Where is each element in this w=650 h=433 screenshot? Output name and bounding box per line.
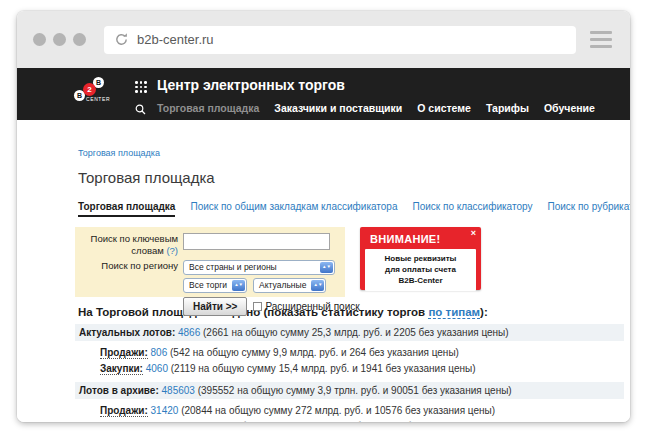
stat-row-sales: Продажи: 31420 (20844 на общую сумму 272… (100, 403, 624, 419)
logo-caption: CENTER (86, 96, 110, 102)
window-dot (33, 33, 46, 46)
trade-type-select[interactable]: Все торги ▲▼ (183, 278, 247, 293)
stat-children: Продажи: 806 (542 на общую сумму 9,9 млр… (100, 345, 624, 376)
browser-chrome: b2b-center.ru (17, 11, 630, 68)
purchases-toggle[interactable]: Закупки: (100, 363, 143, 375)
keyword-input[interactable] (183, 233, 330, 250)
keyword-label: Поиск по ключевым словам (?) (75, 233, 183, 257)
keyword-help-link[interactable]: (?) (166, 245, 178, 256)
address-bar[interactable]: b2b-center.ru (104, 26, 576, 54)
stat-children: Продажи: 31420 (20844 на общую сумму 272… (100, 403, 624, 422)
banner-text[interactable]: Новые реквизиты для оплаты счета B2B-Cen… (365, 249, 476, 291)
b2b-center-logo[interactable]: B 2 B CENTER (69, 75, 121, 115)
advanced-search-label: Расширенный поиск (265, 301, 359, 312)
window-dot (53, 33, 66, 46)
find-button[interactable]: Найти >> (183, 297, 247, 316)
page-title: Торговая площадка (78, 169, 625, 186)
breadcrumb: Торговая площадка (78, 148, 625, 158)
nav-item-tariffs[interactable]: Тарифы (486, 102, 529, 114)
tab-classifier[interactable]: Поиск по классификатору (412, 201, 532, 215)
search-and-banner-row: Поиск по ключевым словам (?) Поиск по ре… (78, 227, 625, 297)
sales-count-link[interactable]: 31420 (151, 405, 179, 416)
nav-item-training[interactable]: Обучение (544, 102, 595, 114)
stat-row-purchases: Закупки: 4060 (2119 на общую сумму 15,4 … (100, 361, 624, 377)
stats-list: Актуальных лотов: 4866 (2661 на общую су… (75, 324, 624, 422)
site-nav: Торговая площадка Заказчики и поставщики… (157, 102, 595, 114)
apps-grid-icon[interactable] (135, 81, 147, 93)
window-dot (73, 33, 86, 46)
search-icon[interactable] (135, 101, 146, 119)
attention-banner: ВНИМАНИЕ! × Новые реквизиты для оплаты с… (360, 227, 481, 290)
search-form: Поиск по ключевым словам (?) Поиск по ре… (75, 227, 345, 297)
purchases-count-link[interactable]: 4060 (146, 363, 168, 374)
page-content: Торговая площадка Торговая площадка Торг… (17, 120, 630, 422)
tab-trading-platform[interactable]: Торговая площадка (78, 201, 175, 217)
nav-item-customers-suppliers[interactable]: Заказчики и поставщики (274, 102, 402, 114)
sales-toggle[interactable]: Продажи: (100, 405, 148, 417)
tab-rubricator[interactable]: Поиск по рубрикатору (547, 201, 630, 215)
stat-row-purchases: Закупки: 454183 (374708 на общую сумму 3… (100, 419, 624, 423)
logo-badge-2: 2 (83, 83, 96, 96)
region-select[interactable]: Все страны и регионы ▲▼ (183, 260, 335, 275)
actual-lots-count-link[interactable]: 4866 (178, 327, 200, 338)
site-header: B 2 B CENTER Центр электронных торгов То… (17, 68, 630, 120)
sales-toggle[interactable]: Продажи: (100, 347, 148, 359)
tab-classifier-bookmarks[interactable]: Поиск по общим закладкам классификатора (190, 201, 397, 215)
url-text[interactable]: b2b-center.ru (137, 32, 214, 47)
browser-window: b2b-center.ru B 2 B CENTER Центр электро… (17, 11, 630, 422)
stat-row-sales: Продажи: 806 (542 на общую сумму 9,9 млр… (100, 345, 624, 361)
select-arrows-icon: ▲▼ (320, 262, 333, 273)
select-arrows-icon: ▲▼ (311, 280, 324, 291)
tab-bar: Торговая площадка Поиск по общим закладк… (78, 201, 625, 217)
sales-count-link[interactable]: 806 (151, 347, 168, 358)
purchases-count-link[interactable]: 454183 (146, 421, 179, 423)
select-arrows-icon: ▲▼ (232, 280, 245, 291)
stat-row-archive-lots: Лотов в архиве: 485603 (395552 на общую … (75, 382, 624, 399)
reload-icon[interactable] (114, 32, 129, 47)
window-controls (33, 33, 86, 46)
stat-row-actual-lots: Актуальных лотов: 4866 (2661 на общую су… (75, 324, 624, 341)
banner-title: ВНИМАНИЕ! (360, 227, 481, 249)
nav-item-about[interactable]: О системе (417, 102, 471, 114)
site-title: Центр электронных торгов (157, 77, 345, 93)
close-icon[interactable]: × (471, 229, 476, 238)
actuality-select[interactable]: Актуальные ▲▼ (253, 278, 326, 293)
menu-icon[interactable] (590, 31, 612, 48)
nav-item-trading-platform[interactable]: Торговая площадка (157, 102, 259, 114)
region-label: Поиск по региону (75, 260, 183, 272)
advanced-search-checkbox[interactable] (253, 302, 262, 311)
by-types-link[interactable]: по типам (428, 306, 480, 319)
archive-lots-count-link[interactable]: 485603 (162, 385, 195, 396)
breadcrumb-link[interactable]: Торговая площадка (78, 148, 160, 158)
purchases-toggle[interactable]: Закупки: (100, 421, 143, 423)
